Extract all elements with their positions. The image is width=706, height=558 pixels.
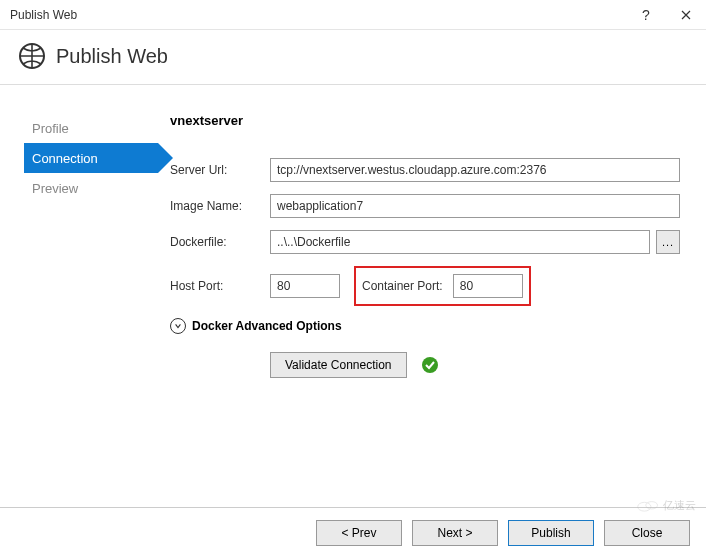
validate-connection-button[interactable]: Validate Connection	[270, 352, 407, 378]
publish-button[interactable]: Publish	[508, 520, 594, 546]
close-button[interactable]	[666, 0, 706, 30]
svg-point-1	[422, 357, 438, 373]
row-image-name: Image Name:	[170, 194, 680, 218]
next-button[interactable]: Next >	[412, 520, 498, 546]
footer: < Prev Next > Publish Close	[0, 507, 706, 558]
label-container-port: Container Port:	[362, 279, 443, 293]
help-button[interactable]: ?	[626, 0, 666, 30]
page-title: Publish Web	[56, 45, 168, 68]
label-host-port: Host Port:	[170, 279, 270, 293]
profile-heading: vnextserver	[170, 113, 680, 128]
sidebar-item-profile[interactable]: Profile	[24, 113, 170, 143]
sidebar-item-connection[interactable]: Connection	[24, 143, 158, 173]
server-url-input[interactable]	[270, 158, 680, 182]
advanced-label: Docker Advanced Options	[192, 319, 342, 333]
label-image-name: Image Name:	[170, 199, 270, 213]
row-validate: Validate Connection	[270, 352, 680, 378]
row-dockerfile: Dockerfile: ...	[170, 230, 680, 254]
main: vnextserver Server Url: Image Name: Dock…	[170, 113, 706, 378]
sidebar-item-label: Connection	[32, 151, 98, 166]
content: Profile Connection Preview vnextserver S…	[0, 85, 706, 378]
globe-icon	[18, 42, 46, 70]
close-icon	[681, 10, 691, 20]
titlebar: Publish Web ?	[0, 0, 706, 30]
chevron-down-icon	[170, 318, 186, 334]
container-port-input[interactable]	[453, 274, 523, 298]
check-success-icon	[421, 356, 439, 374]
window-title: Publish Web	[10, 8, 77, 22]
container-port-highlight: Container Port:	[354, 266, 531, 306]
row-ports: Host Port: Container Port:	[170, 266, 680, 306]
browse-button[interactable]: ...	[656, 230, 680, 254]
sidebar-item-preview[interactable]: Preview	[24, 173, 170, 203]
row-server-url: Server Url:	[170, 158, 680, 182]
sidebar-item-label: Preview	[32, 181, 78, 196]
label-server-url: Server Url:	[170, 163, 270, 177]
sidebar-item-label: Profile	[32, 121, 69, 136]
prev-button[interactable]: < Prev	[316, 520, 402, 546]
host-port-input[interactable]	[270, 274, 340, 298]
header: Publish Web	[0, 30, 706, 84]
dockerfile-input[interactable]	[270, 230, 650, 254]
sidebar: Profile Connection Preview	[0, 113, 170, 378]
image-name-input[interactable]	[270, 194, 680, 218]
label-dockerfile: Dockerfile:	[170, 235, 270, 249]
docker-advanced-toggle[interactable]: Docker Advanced Options	[170, 318, 680, 334]
close-footer-button[interactable]: Close	[604, 520, 690, 546]
